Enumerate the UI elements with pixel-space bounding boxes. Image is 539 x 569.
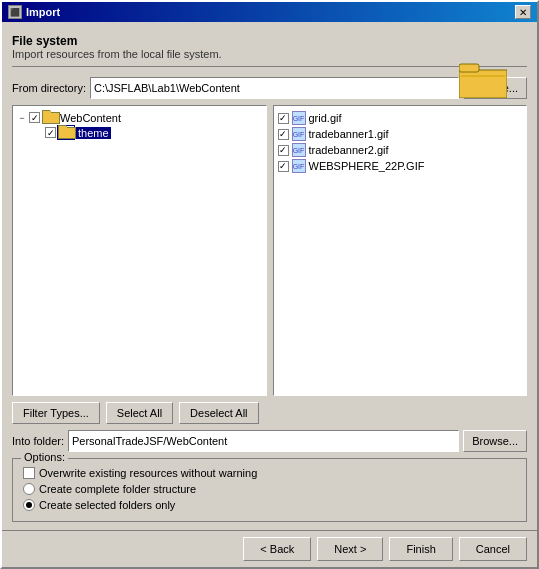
- option-overwrite[interactable]: Overwrite existing resources without war…: [23, 465, 516, 481]
- file-3-label: WEBSPHERE_22P.GIF: [309, 160, 425, 172]
- from-dir-input[interactable]: [90, 77, 459, 99]
- window-icon: ⬛: [8, 5, 22, 19]
- cancel-button[interactable]: Cancel: [459, 537, 527, 561]
- file-1-checkbox[interactable]: [278, 129, 289, 140]
- filter-buttons-row: Filter Types... Select All Deselect All: [12, 402, 527, 424]
- webcontent-checkbox[interactable]: [29, 112, 40, 123]
- options-legend: Options:: [21, 451, 68, 463]
- panels-row: − WebContent theme GIF grid: [12, 105, 527, 396]
- file-1-label: tradebanner1.gif: [309, 128, 389, 140]
- create-selected-radio[interactable]: [23, 499, 35, 511]
- tree-item-theme[interactable]: theme: [17, 125, 262, 140]
- file-2-label: tradebanner2.gif: [309, 144, 389, 156]
- file-panel[interactable]: GIF grid.gif GIF tradebanner1.gif GIF tr…: [273, 105, 528, 396]
- theme-label: theme: [76, 127, 111, 139]
- deselect-all-button[interactable]: Deselect All: [179, 402, 258, 424]
- into-folder-input[interactable]: [68, 430, 459, 452]
- webcontent-folder-icon: [42, 111, 58, 124]
- header-section: File system Import resources from the lo…: [12, 30, 527, 67]
- from-dir-label: From directory:: [12, 82, 86, 94]
- folder-icon: [459, 58, 507, 101]
- create-folder-radio[interactable]: [23, 483, 35, 495]
- next-button[interactable]: Next >: [317, 537, 383, 561]
- overwrite-checkbox[interactable]: [23, 467, 35, 479]
- svg-rect-1: [459, 64, 479, 72]
- file-item-3[interactable]: GIF WEBSPHERE_22P.GIF: [278, 158, 523, 174]
- webcontent-label: WebContent: [60, 112, 121, 124]
- overwrite-label: Overwrite existing resources without war…: [39, 467, 257, 479]
- option-create-selected[interactable]: Create selected folders only: [23, 497, 516, 513]
- file-item-1[interactable]: GIF tradebanner1.gif: [278, 126, 523, 142]
- file-0-icon: GIF: [292, 111, 306, 125]
- file-1-icon: GIF: [292, 127, 306, 141]
- title-bar: ⬛ Import ✕: [2, 2, 537, 22]
- file-0-checkbox[interactable]: [278, 113, 289, 124]
- options-group: Options: Overwrite existing resources wi…: [12, 458, 527, 522]
- file-item-2[interactable]: GIF tradebanner2.gif: [278, 142, 523, 158]
- select-all-button[interactable]: Select All: [106, 402, 173, 424]
- option-create-folder[interactable]: Create complete folder structure: [23, 481, 516, 497]
- file-2-checkbox[interactable]: [278, 145, 289, 156]
- bottom-buttons: < Back Next > Finish Cancel: [2, 530, 537, 567]
- into-folder-browse-button[interactable]: Browse...: [463, 430, 527, 452]
- svg-rect-0: [459, 70, 507, 98]
- close-button[interactable]: ✕: [515, 5, 531, 19]
- theme-checkbox[interactable]: [45, 127, 56, 138]
- section-title: File system: [12, 34, 527, 48]
- back-button[interactable]: < Back: [243, 537, 311, 561]
- file-0-label: grid.gif: [309, 112, 342, 124]
- main-content: File system Import resources from the lo…: [2, 22, 537, 530]
- create-selected-label: Create selected folders only: [39, 499, 175, 511]
- import-window: ⬛ Import ✕ File system Import resources …: [0, 0, 539, 569]
- section-subtitle: Import resources from the local file sys…: [12, 48, 527, 60]
- tree-item-webcontent[interactable]: − WebContent: [17, 110, 262, 125]
- into-folder-row: Into folder: Browse...: [12, 430, 527, 452]
- into-folder-label: Into folder:: [12, 435, 64, 447]
- tree-panel[interactable]: − WebContent theme: [12, 105, 267, 396]
- file-3-icon: GIF: [292, 159, 306, 173]
- window-title: Import: [26, 6, 60, 18]
- filter-types-button[interactable]: Filter Types...: [12, 402, 100, 424]
- finish-button[interactable]: Finish: [389, 537, 452, 561]
- from-directory-row: From directory: Browse...: [12, 77, 527, 99]
- theme-folder-icon: [58, 126, 74, 139]
- expand-icon[interactable]: −: [17, 113, 27, 123]
- file-item-0[interactable]: GIF grid.gif: [278, 110, 523, 126]
- file-2-icon: GIF: [292, 143, 306, 157]
- create-folder-label: Create complete folder structure: [39, 483, 196, 495]
- file-3-checkbox[interactable]: [278, 161, 289, 172]
